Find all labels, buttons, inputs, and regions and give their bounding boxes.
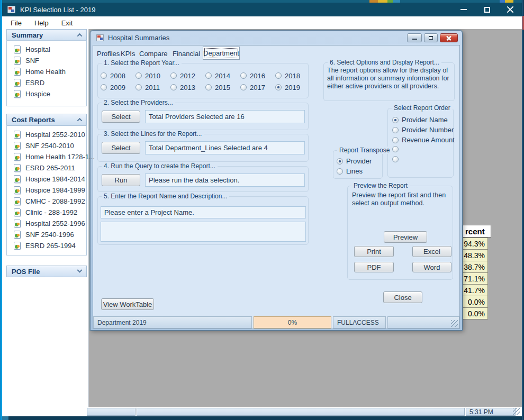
- pdf-button[interactable]: PDF: [354, 262, 394, 272]
- dialog-minimize-button[interactable]: [407, 33, 422, 42]
- order-radio-revenue-amount[interactable]: Revenue Amount: [392, 136, 455, 144]
- sidebar-item-esrd-265-1994[interactable]: ESRD 265-1994: [7, 242, 86, 250]
- status-empty: [387, 316, 459, 328]
- sidebar-item-cmhc-2088-1992[interactable]: CMHC - 2088-1992: [7, 197, 86, 205]
- window-border-bottom: [0, 416, 524, 420]
- report-year-radios: 2008 2009 2010 2011 2012 2013 2014 2015 …: [101, 70, 310, 93]
- radio-icon: [135, 72, 142, 79]
- menu-file[interactable]: File: [5, 17, 27, 29]
- minimize-button[interactable]: [452, 3, 475, 16]
- report-doc-icon: [14, 175, 21, 183]
- radio-icon: [170, 72, 177, 79]
- status-filler: [2, 407, 87, 416]
- excel-button[interactable]: Excel: [412, 246, 451, 257]
- menu-exit[interactable]: Exit: [56, 17, 78, 29]
- sidebar-item-home-health[interactable]: Home Health: [7, 68, 86, 76]
- main-resize-grip[interactable]: [513, 408, 520, 415]
- report-doc-icon: [14, 90, 21, 98]
- sidebar-item-snf[interactable]: SNF: [7, 57, 86, 65]
- run-button[interactable]: Run: [102, 174, 140, 186]
- radio-icon: [205, 72, 212, 79]
- order-radio-blank-1[interactable]: [392, 146, 402, 152]
- order-radio-blank-2[interactable]: [392, 156, 402, 162]
- sidebar-item-snf-2540-2010[interactable]: SNF 2540-2010: [7, 142, 86, 150]
- report-name-input[interactable]: Please enter a Project Name.: [101, 206, 306, 218]
- report-name-group: 5. Enter the Report Name and Description…: [97, 196, 309, 245]
- table-cell: 48.3%: [463, 249, 488, 261]
- year-radio-2011[interactable]: 2011: [135, 84, 170, 92]
- sidebar-item-esrd[interactable]: ESRD: [7, 79, 86, 87]
- sidebar-item-hospice-1984-2014[interactable]: Hospice 1984-2014: [7, 175, 86, 183]
- run-status-field[interactable]: Please run the data selection.: [145, 174, 305, 187]
- maximize-button[interactable]: [475, 3, 499, 16]
- lines-group-label: 3. Select the Lines for the Report...: [102, 130, 204, 138]
- report-doc-icon: [14, 242, 21, 250]
- year-radio-2016[interactable]: 2016: [240, 72, 275, 80]
- sidebar-item-hospital-2552-1996[interactable]: Hospital 2552-1996: [7, 220, 86, 227]
- sidebar-item-hospice[interactable]: Hospice: [7, 90, 86, 98]
- year-radio-2014[interactable]: 2014: [205, 72, 240, 80]
- sidebar-item-esrd-265-2011[interactable]: ESRD 265-2011: [7, 164, 86, 172]
- radio-selected-icon: [392, 117, 399, 123]
- report-doc-icon: [14, 57, 21, 65]
- dialog-restore-button[interactable]: [424, 33, 438, 42]
- providers-selected-field[interactable]: Total Providers Selected are 16: [145, 110, 305, 123]
- tab-compare[interactable]: Compare: [139, 50, 167, 58]
- lines-selected-field[interactable]: Total Department_Lines Selected are 4: [145, 141, 305, 154]
- radio-icon: [205, 84, 212, 90]
- close-dialog-button[interactable]: Close: [383, 291, 422, 303]
- sidebar-header-summary[interactable]: Summary: [6, 29, 87, 41]
- sidebar-item-hospice-1984-1999[interactable]: Hospice 1984-1999: [7, 186, 86, 194]
- sidebar-item-snf-2540-1996[interactable]: SNF 2540-1996: [7, 231, 86, 239]
- sidebar-item-home-health-1728[interactable]: Home Health 1728-1...: [7, 153, 86, 161]
- chevron-up-icon: [77, 117, 83, 123]
- view-worktable-button[interactable]: View WorkTable: [101, 298, 154, 310]
- sidebar-item-hospital[interactable]: Hospital: [7, 45, 86, 53]
- sidebar-header-pos-file[interactable]: POS File: [6, 266, 87, 277]
- table-cell: 94.3%: [463, 238, 488, 250]
- year-radio-2008[interactable]: 2008: [101, 72, 135, 80]
- resize-grip[interactable]: [451, 320, 458, 327]
- radio-icon: [275, 72, 282, 79]
- year-radio-2018[interactable]: 2018: [275, 72, 310, 80]
- sidebar-item-hospital-2552-2010[interactable]: Hospital 2552-2010: [7, 131, 86, 139]
- report-transpose-group-label: Report Transpose: [337, 147, 392, 154]
- radio-icon: [170, 84, 177, 90]
- report-doc-icon: [14, 68, 21, 76]
- transpose-radio-lines[interactable]: Lines: [337, 167, 363, 175]
- tab-department[interactable]: Department: [203, 47, 240, 60]
- hospital-summaries-dialog: Hospital Summaries Profiles KPIs Compare…: [90, 30, 463, 331]
- year-radio-2009[interactable]: 2009: [101, 84, 135, 92]
- word-button[interactable]: Word: [412, 262, 451, 272]
- preview-button[interactable]: Preview: [384, 231, 427, 243]
- select-providers-button[interactable]: Select: [102, 111, 140, 123]
- close-button[interactable]: [499, 3, 522, 16]
- preview-group: Preview the Report Preview the report fi…: [347, 186, 453, 280]
- order-radio-provider-name[interactable]: Provider Name: [392, 116, 448, 124]
- select-lines-button[interactable]: Select: [102, 142, 140, 154]
- report-description-input[interactable]: [101, 222, 306, 242]
- year-radio-2019[interactable]: 2019: [275, 84, 310, 92]
- tab-kpis[interactable]: KPIs: [121, 50, 135, 58]
- sidebar-item-clinic-288-1992[interactable]: Clinic - 288-1992: [7, 208, 86, 216]
- transpose-radio-provider[interactable]: Provider: [337, 157, 372, 165]
- year-radio-2015[interactable]: 2015: [205, 84, 240, 92]
- year-radio-2017[interactable]: 2017: [240, 84, 275, 92]
- print-button[interactable]: Print: [354, 246, 394, 257]
- tab-financial[interactable]: Financial: [173, 50, 200, 58]
- dialog-titlebar[interactable]: Hospital Summaries: [91, 31, 462, 45]
- radio-icon: [392, 146, 399, 152]
- year-radio-2010[interactable]: 2010: [135, 72, 170, 80]
- order-radio-provider-number[interactable]: Provider Number: [392, 126, 454, 134]
- radio-icon: [392, 156, 399, 162]
- sidebar-header-cost-reports[interactable]: Cost Reports: [6, 114, 87, 125]
- dialog-close-button[interactable]: [440, 33, 458, 42]
- menu-help[interactable]: Help: [29, 17, 54, 29]
- table-cell: 41.7%: [463, 284, 488, 296]
- tab-profiles[interactable]: Profiles: [97, 50, 120, 58]
- sidebar: Summary Hospital SNF Home Health ESRD Ho…: [2, 29, 89, 416]
- year-radio-2012[interactable]: 2012: [170, 72, 205, 80]
- radio-selected-icon: [337, 158, 343, 165]
- main-titlebar[interactable]: KPI Selection List - 2019: [2, 3, 522, 16]
- year-radio-2013[interactable]: 2013: [170, 84, 205, 92]
